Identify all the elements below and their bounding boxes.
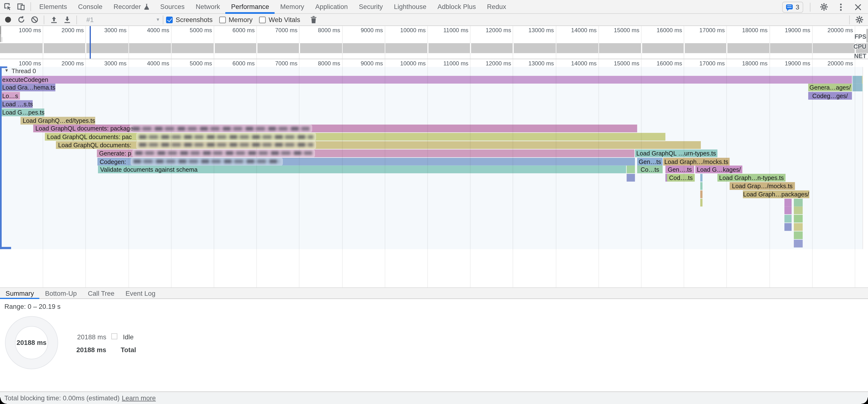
- flamechart-ruler[interactable]: 1000 ms2000 ms3000 ms4000 ms5000 ms6000 …: [0, 59, 868, 67]
- load-profile-button[interactable]: [47, 13, 60, 26]
- more-options-button[interactable]: [834, 0, 848, 13]
- gridline: [556, 43, 556, 53]
- checkbox-web-vitals[interactable]: [259, 16, 266, 23]
- flame-bar[interactable]: [784, 215, 792, 223]
- gridline: [299, 26, 300, 59]
- ruler-label: 14000 ms: [558, 60, 597, 66]
- flame-bar[interactable]: [700, 198, 702, 206]
- download-icon: [63, 16, 71, 23]
- flame-bar[interactable]: [794, 231, 803, 239]
- flame-bar[interactable]: Load Graph…packages/: [743, 190, 809, 198]
- flame-bar[interactable]: [794, 240, 803, 247]
- flame-bar[interactable]: [852, 75, 862, 83]
- chevron-down-icon[interactable]: ▼: [156, 17, 160, 22]
- delete-recording-button[interactable]: [307, 13, 320, 26]
- gear-icon: [819, 3, 828, 11]
- checkbox-screenshots[interactable]: [166, 16, 173, 23]
- gridline: [556, 26, 556, 59]
- tab-memory[interactable]: Memory: [275, 0, 310, 13]
- flame-bar[interactable]: [794, 198, 803, 206]
- flame-bar[interactable]: Gen….ts: [665, 166, 694, 174]
- ruler-label: 20000 ms: [814, 27, 853, 33]
- tab-bottom-up[interactable]: Bottom-Up: [39, 288, 82, 299]
- overview-scrollbar-thumb[interactable]: [866, 29, 868, 43]
- details-tab-bar: SummaryBottom-UpCall TreeEvent Log: [0, 287, 868, 299]
- flame-bar[interactable]: Load Gra…hema.ts: [0, 84, 56, 92]
- flame-bar[interactable]: Load Grap…/mocks.ts: [730, 182, 795, 190]
- learn-more-link[interactable]: Learn more: [122, 394, 156, 402]
- ruler-label: 10000 ms: [387, 60, 426, 66]
- tab-redux[interactable]: Redux: [482, 0, 512, 13]
- save-profile-button[interactable]: [60, 13, 73, 26]
- flame-bar[interactable]: [626, 174, 635, 182]
- issues-bubble-icon: [786, 4, 793, 9]
- toggle-device-toolbar-button[interactable]: [14, 0, 28, 13]
- flame-bar[interactable]: [852, 84, 862, 92]
- flame-bar[interactable]: [784, 223, 792, 231]
- tab-call-tree[interactable]: Call Tree: [82, 288, 120, 299]
- flame-bar[interactable]: [700, 190, 702, 198]
- tab-adblock-plus[interactable]: Adblock Plus: [432, 0, 482, 13]
- flame-bar[interactable]: [784, 198, 792, 206]
- flamechart[interactable]: ▼ Thread 0 executeCodegenLoad Gra…hema.t…: [0, 67, 863, 249]
- flame-bar[interactable]: Load Graph…/mocks.ts: [663, 157, 730, 165]
- flame-bar[interactable]: Load G…kages/: [695, 166, 742, 174]
- flame-bar[interactable]: Codeg…ges/: [808, 92, 852, 100]
- flame-bar[interactable]: Validate documents against schema: [98, 166, 626, 174]
- flame-bar[interactable]: Load GraphQ…ed/types.ts: [21, 117, 95, 124]
- tab-sources[interactable]: Sources: [155, 0, 190, 13]
- capture-select-value[interactable]: #1: [87, 16, 94, 24]
- flame-bar[interactable]: [626, 166, 635, 174]
- flame-bar[interactable]: executeCodegen: [0, 75, 852, 83]
- tab-recorder[interactable]: Recorder: [108, 0, 155, 13]
- issues-badge[interactable]: 3: [782, 1, 803, 12]
- capture-settings-button[interactable]: [852, 13, 866, 26]
- flame-bar[interactable]: [794, 223, 803, 231]
- flame-bar[interactable]: Lo…s: [0, 92, 20, 100]
- tab-lighthouse[interactable]: Lighthouse: [389, 0, 432, 13]
- flame-bar[interactable]: Genera…ages/: [808, 84, 852, 92]
- flame-bar[interactable]: Co…ts: [637, 166, 662, 174]
- tab-event-log[interactable]: Event Log: [120, 288, 161, 299]
- tab-summary[interactable]: Summary: [0, 288, 39, 299]
- ruler-label: 17000 ms: [686, 27, 725, 33]
- gridline: [384, 43, 385, 53]
- thread-header[interactable]: ▼ Thread 0: [4, 67, 36, 74]
- tab-network[interactable]: Network: [190, 0, 225, 13]
- gridline: [726, 43, 727, 53]
- redacted-blur: [132, 149, 315, 157]
- ruler-label: 9000 ms: [344, 27, 383, 33]
- inspect-element-button[interactable]: [1, 0, 14, 13]
- flame-bar[interactable]: Cod….ts: [667, 174, 694, 182]
- tab-console[interactable]: Console: [73, 0, 108, 13]
- close-icon: [855, 4, 861, 10]
- flame-bar[interactable]: Load GraphQL documents: package: [33, 125, 637, 132]
- flame-bar[interactable]: [862, 75, 863, 83]
- flame-bar[interactable]: [794, 207, 803, 214]
- fps-bar: [1, 37, 2, 42]
- flame-bar[interactable]: [862, 84, 863, 92]
- ruler-label: 18000 ms: [729, 27, 768, 33]
- settings-button[interactable]: [817, 0, 831, 13]
- reload-and-record-button[interactable]: [14, 13, 28, 26]
- clear-recording-button[interactable]: [28, 13, 41, 26]
- flame-bar[interactable]: Load …s.ts: [0, 100, 33, 108]
- flame-bar[interactable]: [700, 174, 702, 182]
- tab-application[interactable]: Application: [310, 0, 353, 13]
- tab-performance[interactable]: Performance: [225, 0, 275, 13]
- checkbox-memory[interactable]: [219, 16, 226, 23]
- timeline-overview[interactable]: 1000 ms2000 ms3000 ms4000 ms5000 ms6000 …: [0, 26, 868, 59]
- ruler-label: 2000 ms: [45, 27, 84, 33]
- flame-bar[interactable]: [784, 207, 792, 214]
- ruler-label: 6000 ms: [216, 27, 255, 33]
- tab-elements[interactable]: Elements: [34, 0, 72, 13]
- tab-security[interactable]: Security: [353, 0, 389, 13]
- flame-bar[interactable]: [700, 182, 702, 190]
- flame-bar[interactable]: Load Graph…n-types.ts: [717, 174, 785, 182]
- record-button[interactable]: [1, 13, 14, 26]
- flame-bar[interactable]: [794, 215, 803, 223]
- close-devtools-button[interactable]: [851, 0, 865, 13]
- flame-bar[interactable]: Load G…pes.ts: [0, 108, 44, 116]
- flame-bar[interactable]: Load GraphQL …urn-types.ts: [635, 149, 718, 157]
- flame-bar[interactable]: Gen…ts: [637, 157, 662, 165]
